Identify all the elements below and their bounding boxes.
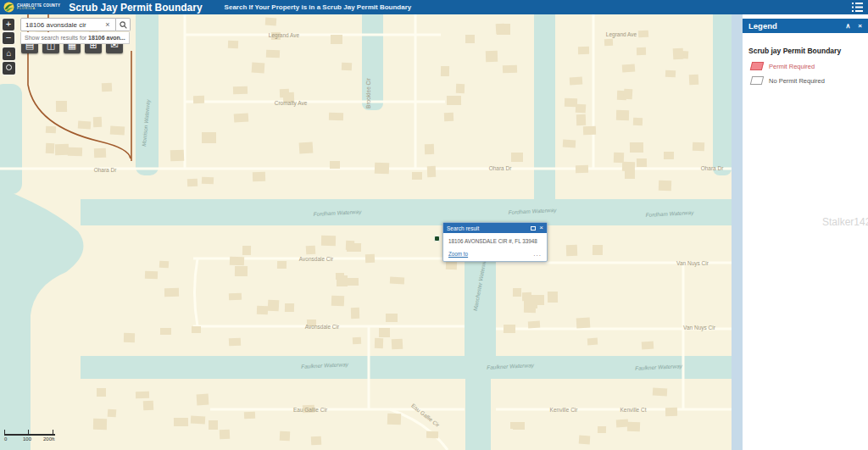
zoom-in-button[interactable]: +: [3, 19, 14, 31]
legend-collapse-icon[interactable]: ∧: [845, 22, 850, 30]
building-footprint: [427, 166, 437, 177]
building-footprint: [244, 412, 255, 419]
basemap-graphics: [0, 14, 732, 450]
building-footprint: [637, 47, 646, 55]
building-footprint: [465, 35, 475, 43]
app-window: CHARLOTTE COUNTY FLORIDA Scrub Jay Permi…: [0, 0, 868, 450]
popup-restore-icon[interactable]: [531, 226, 536, 231]
building-footprint: [622, 64, 636, 72]
building-footprint: [446, 261, 457, 269]
scale-bar: 0 100 200ft: [4, 433, 55, 442]
zoom-out-button[interactable]: −: [3, 32, 14, 44]
building-footprint: [375, 338, 383, 348]
building-footprint: [202, 177, 214, 185]
building-footprint: [638, 31, 648, 38]
building-footprint: [280, 431, 291, 442]
popup-title: Search result: [447, 225, 531, 231]
building-footprint: [93, 419, 107, 430]
building-footprint: [548, 292, 558, 303]
building-footprint: [563, 140, 576, 148]
map-canvas[interactable]: Legrand AveLegrand AveCromalty AveBrookl…: [0, 14, 732, 450]
building-footprint: [576, 114, 586, 125]
building-footprint: [321, 236, 336, 246]
building-footprint: [330, 161, 340, 169]
building-footprint: [583, 126, 596, 136]
search-bar: ×: [20, 18, 131, 31]
building-footprint: [528, 321, 540, 329]
building-footprint: [351, 308, 359, 319]
building-footprint: [513, 288, 521, 297]
building-footprint: [637, 158, 647, 167]
building-footprint: [630, 142, 643, 153]
widget-list-icon[interactable]: [852, 0, 863, 15]
search-submit-button[interactable]: [116, 18, 131, 31]
building-footprint: [311, 436, 322, 446]
building-footprint: [693, 142, 704, 152]
building-footprint: [665, 70, 676, 78]
building-footprint: [299, 142, 314, 154]
building-footprint: [510, 422, 524, 429]
building-footprint: [94, 148, 106, 158]
building-footprint: [579, 436, 591, 445]
building-footprint: [110, 126, 125, 136]
building-footprint: [136, 392, 149, 398]
popup-close-icon[interactable]: ×: [539, 225, 543, 231]
building-footprint: [209, 420, 218, 430]
search-result-popup: Search result × 18106 AVONSDALE CIR #, F…: [442, 222, 548, 262]
building-footprint: [346, 241, 354, 250]
legend-item-label: Permit Required: [769, 63, 815, 70]
building-footprint: [511, 153, 523, 162]
building-footprint: [159, 261, 169, 269]
building-footprint: [93, 117, 102, 127]
popup-address: 18106 AVONSDALE CIR #, FL 33948: [448, 238, 542, 244]
building-footprint: [78, 121, 92, 130]
county-logo-icon: [3, 2, 14, 13]
legend-panel: Legend ∧ × Scrub jay Permit Boundary Per…: [743, 14, 868, 450]
popup-header[interactable]: Search result ×: [443, 223, 547, 233]
building-footprint: [56, 101, 67, 112]
building-footprint: [531, 295, 544, 305]
my-location-button[interactable]: [3, 62, 15, 75]
building-footprint: [578, 47, 589, 54]
building-footprint: [143, 401, 154, 411]
permit-required-swatch: [750, 62, 764, 70]
building-footprint: [504, 325, 515, 333]
building-footprint: [576, 165, 588, 173]
building-footprint: [102, 83, 112, 92]
zoom-to-link[interactable]: Zoom to: [448, 251, 468, 257]
building-footprint: [277, 261, 287, 269]
building-footprint: [625, 169, 635, 179]
app-header: CHARLOTTE COUNTY FLORIDA Scrub Jay Permi…: [0, 0, 868, 14]
popup-more-actions[interactable]: ...: [533, 253, 542, 256]
building-footprint: [307, 319, 316, 326]
building-footprint: [268, 300, 280, 312]
building-footprint: [337, 275, 348, 286]
legend-panel-title: Legend: [748, 21, 837, 31]
building-footprint: [673, 48, 684, 60]
building-footprint: [193, 96, 204, 103]
home-icon: ⌂: [6, 48, 11, 58]
building-footprint: [306, 246, 316, 255]
building-footprint: [229, 338, 241, 347]
building-footprint: [234, 113, 249, 122]
building-footprint: [202, 132, 216, 143]
building-footprint: [365, 254, 375, 263]
search-result-marker[interactable]: [434, 236, 440, 242]
legend-panel-header: Legend ∧ ×: [743, 19, 868, 33]
search-input[interactable]: [21, 19, 103, 31]
search-suggestion-item[interactable]: Show search results for 18106 avon...: [20, 32, 130, 44]
search-input-box: ×: [20, 18, 116, 31]
building-footprint: [220, 430, 230, 440]
home-extent-button[interactable]: ⌂: [3, 47, 15, 60]
building-footprint: [145, 271, 158, 280]
building-footprint: [390, 277, 404, 285]
clear-search-icon[interactable]: ×: [103, 20, 113, 29]
building-footprint: [108, 409, 117, 418]
watermark-text: Stalker142: [822, 216, 868, 228]
legend-layer-title: Scrub jay Permit Boundary: [748, 47, 868, 55]
legend-item-label: No Permit Required: [769, 77, 825, 85]
suggestion-prefix: Show search results for: [25, 35, 88, 41]
logo-text-line2: FLORIDA: [17, 8, 60, 11]
legend-close-icon[interactable]: ×: [858, 22, 862, 30]
building-footprint: [252, 63, 265, 74]
